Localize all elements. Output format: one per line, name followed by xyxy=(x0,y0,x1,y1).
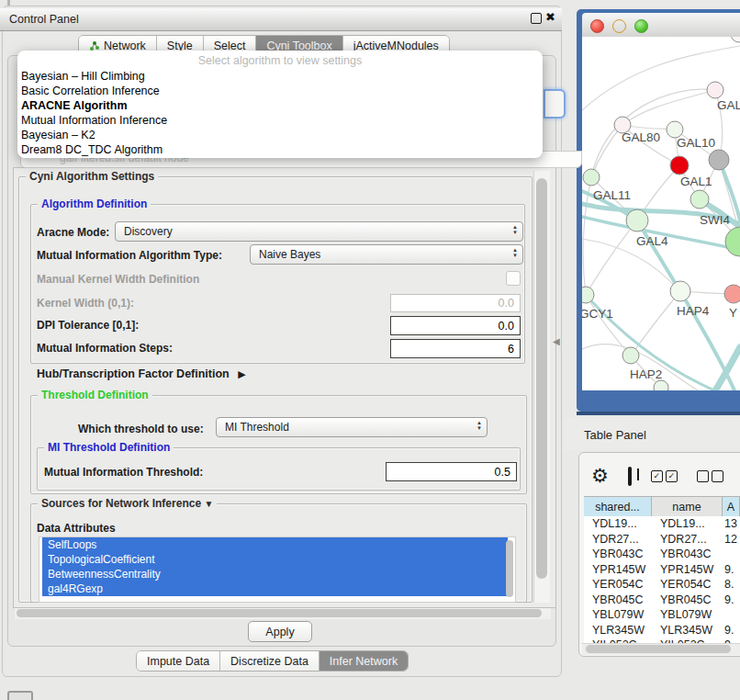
network-node-gal4[interactable] xyxy=(626,209,648,231)
table-cell: YBR043C xyxy=(584,548,652,560)
table-horizontal-scrollbar[interactable] xyxy=(582,643,740,655)
scrollbar-thumb[interactable] xyxy=(536,178,547,579)
bottom-tab-infer-network[interactable]: Infer Network xyxy=(320,651,408,671)
apply-label: Apply xyxy=(265,626,294,638)
mi-threshold-group-title: MI Threshold Definition xyxy=(44,442,174,453)
mi-algorithm-type-value: Naive Bayes xyxy=(259,248,320,261)
column-header-a[interactable]: A xyxy=(723,497,740,517)
attribute-item-selfloops[interactable]: SelfLoops xyxy=(42,537,508,552)
network-node-swi4[interactable] xyxy=(725,227,740,256)
dropdown-item-dream8-dc-tdc-algorithm[interactable]: Dream8 DC_TDC Algorithm xyxy=(17,142,543,157)
dpi-tolerance-label: DPI Tolerance [0,1]: xyxy=(37,319,139,332)
network-node-label: GCY1 xyxy=(582,307,613,321)
table-cell: 9. xyxy=(723,563,740,576)
bottom-tab-discretize-data[interactable]: Discretize Data xyxy=(220,651,320,671)
close-icon[interactable]: ✖ xyxy=(545,10,555,24)
which-threshold-combobox[interactable]: MI Threshold ▲▼ xyxy=(216,417,488,437)
which-threshold-label: Which threshold to use: xyxy=(78,423,204,435)
sources-title-text: Sources for Network Inference xyxy=(41,497,201,510)
network-node-hap4[interactable] xyxy=(670,281,690,301)
kernel-width-label: Kernel Width (0,1): xyxy=(37,297,134,310)
kernel-width-input[interactable]: 0.0 xyxy=(390,294,521,312)
aracne-mode-value: Discovery xyxy=(124,225,173,238)
bottom-tab-impute-data[interactable]: Impute Data xyxy=(137,651,220,671)
table-cell: YBR045C xyxy=(652,593,723,606)
table-cell: 12 xyxy=(723,533,740,546)
mi-threshold-label: Mutual Information Threshold: xyxy=(44,466,203,479)
table-cell: YBL079W xyxy=(652,608,723,621)
zoom-traffic-light-icon[interactable] xyxy=(634,19,648,33)
table-cell: YDR27... xyxy=(652,533,723,546)
network-node-hap2[interactable] xyxy=(622,347,639,364)
table-row[interactable]: YBL079WYBL079W xyxy=(584,607,740,623)
minimize-traffic-light-icon[interactable] xyxy=(612,19,626,33)
dropdown-item-bayesian-hill-climbing[interactable]: Bayesian – Hill Climbing xyxy=(17,69,543,84)
table-row[interactable]: YLR345WYLR345W9. xyxy=(584,623,740,638)
network-canvas[interactable]: GALGAL80GAL10GAL1GAL11GAL4SWI4GCY1HAP4YH… xyxy=(582,37,740,390)
tab-label: Discretize Data xyxy=(230,655,308,668)
gear-icon[interactable]: ⚙ xyxy=(591,467,609,485)
aracne-mode-combobox[interactable]: Discovery ▲▼ xyxy=(115,221,523,242)
hub-definition-toggle[interactable]: Hub/Transcription Factor Definition ▶ xyxy=(37,367,246,380)
data-attributes-list[interactable]: SelfLoopsTopologicalCoefficientBetweenne… xyxy=(39,536,516,603)
mi-algorithm-type-combobox[interactable]: Naive Bayes ▲▼ xyxy=(250,244,523,265)
apply-button[interactable]: Apply xyxy=(248,621,312,642)
network-node[interactable] xyxy=(670,156,689,175)
spinner-arrows-icon: ▲▼ xyxy=(512,225,518,235)
minimized-panel-icon[interactable] xyxy=(7,691,33,700)
network-node[interactable] xyxy=(709,150,729,170)
table-row[interactable]: YDL19...YDL19...13 xyxy=(584,516,740,532)
dropdown-items: Bayesian – Hill ClimbingBasic Correlatio… xyxy=(17,69,543,157)
table-row[interactable]: YPR145WYPR145W9. xyxy=(584,562,740,578)
network-window-titlebar[interactable] xyxy=(582,13,740,38)
network-node-gal[interactable] xyxy=(707,82,723,98)
network-node-gal1[interactable] xyxy=(690,190,709,209)
network-node-gal11[interactable] xyxy=(583,169,600,186)
network-node[interactable] xyxy=(654,380,668,390)
dropdown-item-basic-correlation-inference[interactable]: Basic Correlation Inference xyxy=(17,84,543,98)
control-panel-titlebar: Control Panel xyxy=(0,7,562,31)
table-row[interactable]: YER054CYER054C8. xyxy=(584,577,740,593)
network-node-gcy1[interactable] xyxy=(582,287,594,303)
table-cell: YER054C xyxy=(584,578,652,591)
dropdown-placeholder: Select algorithm to view settings xyxy=(17,52,543,69)
table-header-row: shared...nameA xyxy=(584,496,740,518)
column-header-shared[interactable]: shared... xyxy=(584,497,652,517)
sources-group-title[interactable]: Sources for Network Inference ▼ xyxy=(38,498,217,510)
mi-algorithm-type-label: Mutual Information Algorithm Type: xyxy=(37,249,222,262)
network-node[interactable] xyxy=(731,37,740,42)
table-row[interactable]: YBR043CYBR043C xyxy=(584,547,740,562)
scrollbar-thumb[interactable] xyxy=(17,609,542,617)
attribute-item-gal4rgexp[interactable]: gal4RGexp xyxy=(42,581,508,596)
deselect-all-checkboxes-icon[interactable] xyxy=(697,470,723,482)
panel-divider-handle[interactable]: ◀ xyxy=(553,336,560,346)
dropdown-item-mutual-information-inference[interactable]: Mutual Information Inference xyxy=(17,113,543,128)
select-all-checkboxes-icon[interactable]: ✓✓ xyxy=(651,470,678,482)
focused-combobox-edge xyxy=(544,89,566,119)
dropdown-item-aracne-algorithm[interactable]: ARACNE Algorithm xyxy=(17,98,543,113)
mi-steps-label: Mutual Information Steps: xyxy=(37,342,173,355)
network-node-label: GAL xyxy=(717,98,740,112)
scrollbar-thumb[interactable] xyxy=(586,645,731,653)
table-row[interactable]: YDR27...YDR27...12 xyxy=(584,532,740,548)
settings-horizontal-scrollbar[interactable] xyxy=(15,608,551,619)
settings-vertical-scrollbar[interactable] xyxy=(533,171,550,603)
manual-kernel-width-checkbox[interactable] xyxy=(506,271,521,286)
table-cell: YPR145W xyxy=(584,563,652,576)
cyni-settings-group-title: Cyni Algorithm Settings xyxy=(26,171,158,182)
float-window-icon[interactable] xyxy=(531,13,542,24)
column-layout-icon[interactable] xyxy=(628,467,632,486)
mi-threshold-input[interactable]: 0.5 xyxy=(386,462,517,481)
list-scrollbar[interactable] xyxy=(506,540,513,597)
table-row[interactable]: YBR045CYBR045C9. xyxy=(584,593,740,608)
network-node-y[interactable] xyxy=(724,285,740,303)
mi-steps-input[interactable]: 6 xyxy=(390,339,521,358)
screen: Control Panel ✖ NetworkStyleSelectCyni T… xyxy=(0,0,740,700)
dropdown-item-bayesian-k2[interactable]: Bayesian – K2 xyxy=(17,128,543,142)
dpi-tolerance-input[interactable]: 0.0 xyxy=(390,316,521,335)
column-header-name[interactable]: name xyxy=(652,497,723,517)
attribute-item-topologicalcoefficient[interactable]: TopologicalCoefficient xyxy=(42,552,508,567)
attribute-item-betweennesscentrality[interactable]: BetweennessCentrality xyxy=(42,567,508,581)
close-traffic-light-icon[interactable] xyxy=(590,19,604,33)
network-node-label: HAP4 xyxy=(677,304,710,318)
